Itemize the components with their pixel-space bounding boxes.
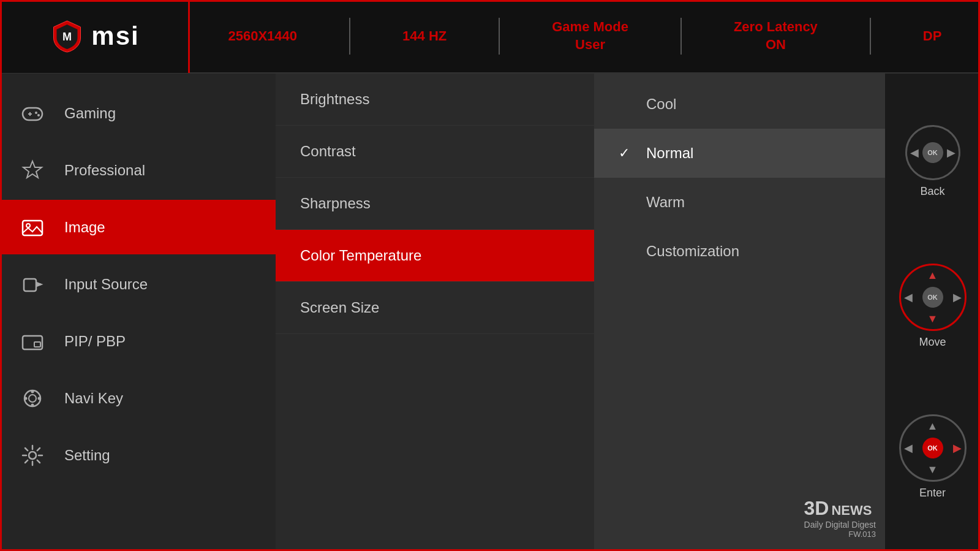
sidebar-item-professional[interactable]: Professional [0,143,276,197]
back-arrow-right-icon: ▶ [947,146,956,159]
enter-label: Enter [919,487,946,500]
checkmark-normal: ✓ [619,145,634,161]
header-divider-3 [680,18,682,55]
header-input: DP [923,28,942,45]
back-label: Back [920,185,944,198]
back-arrow-left-icon: ◀ [910,146,919,159]
setting-icon [18,441,46,469]
enter-dpad[interactable]: ▲ ▼ ◀ ▶ OK [899,414,967,482]
header-divider-4 [870,18,871,55]
controls-panel: ◀ OK ▶ Back ▲ ▼ ◀ ▶ OK Move [885,74,980,551]
sidebar-item-image[interactable]: Image [0,200,276,254]
enter-arrow-down-icon: ▼ [927,463,938,476]
watermark: 3D NEWS Daily Digital Digest FW.013 [804,497,876,539]
sidebar-item-pip-pbp[interactable]: PIP/ PBP [0,314,276,368]
watermark-version: FW.013 [804,530,876,539]
back-dpad[interactable]: ◀ OK ▶ [905,125,960,180]
menu-label-color-temperature: Color Temperature [300,247,421,264]
menu-item-brightness[interactable]: Brightness [276,74,594,126]
enter-control-group: ▲ ▼ ◀ ▶ OK Enter [899,414,967,500]
sidebar-label-image: Image [64,219,105,236]
menu-label-brightness: Brightness [300,91,369,108]
option-cool[interactable]: Cool [594,80,885,129]
watermark-3d: 3D [804,497,829,520]
sidebar-label-pip-pbp: PIP/ PBP [64,333,126,350]
sidebar: Gaming Professional Image [0,74,276,551]
sidebar-item-input-source[interactable]: Input Source [0,257,276,311]
header-divider-2 [499,18,500,55]
header-game-mode: Game Mode User [552,18,628,53]
menu-label-screen-size: Screen Size [300,299,379,316]
option-label-cool: Cool [646,96,676,113]
move-control-group: ▲ ▼ ◀ ▶ OK Move [899,264,967,349]
move-arrow-left-icon: ◀ [904,291,913,304]
enter-arrow-up-icon: ▲ [927,420,938,433]
pip-pbp-icon [18,327,46,355]
svg-point-14 [29,395,36,402]
header-stats: 2560X1440 144 HZ Game Mode User Zero Lat… [190,18,980,55]
enter-arrow-right-icon: ▶ [953,441,962,455]
sidebar-item-navi-key[interactable]: Navi Key [0,371,276,425]
msi-logo: M msi [50,20,139,53]
msi-shield-icon: M [50,20,84,53]
middle-panel: Brightness Contrast Sharpness Color Temp… [276,74,594,551]
right-panel: Cool ✓ Normal Warm Customization [594,74,885,551]
header-divider-1 [349,18,350,55]
image-icon [18,213,46,241]
svg-rect-12 [34,342,40,347]
move-arrow-down-icon: ▼ [927,313,938,325]
menu-item-contrast[interactable]: Contrast [276,126,594,178]
logo-area: M msi [0,0,190,73]
sidebar-label-professional: Professional [64,162,145,179]
move-arrow-up-icon: ▲ [927,269,938,282]
svg-point-15 [31,390,34,393]
watermark-tagline: Daily Digital Digest [804,520,876,530]
header-refresh-rate: 144 HZ [402,28,447,45]
option-label-normal: Normal [646,145,693,162]
svg-point-17 [24,397,27,400]
sidebar-label-input-source: Input Source [64,276,148,293]
move-ok-btn[interactable]: OK [922,287,943,308]
svg-point-5 [37,114,40,116]
menu-item-sharpness[interactable]: Sharpness [276,178,594,230]
svg-point-18 [37,397,40,400]
navi-key-icon [18,384,46,412]
option-label-warm: Warm [646,194,685,211]
msi-brand-text: msi [91,21,139,51]
option-warm[interactable]: Warm [594,178,885,227]
svg-text:M: M [62,31,72,43]
enter-ok-btn[interactable]: OK [922,438,943,458]
move-dpad[interactable]: ▲ ▼ ◀ ▶ OK [899,264,967,331]
sidebar-item-setting[interactable]: Setting [0,428,276,482]
professional-icon [18,156,46,184]
option-customization[interactable]: Customization [594,227,885,276]
option-normal[interactable]: ✓ Normal [594,129,885,178]
enter-arrow-left-icon: ◀ [904,441,913,455]
move-label: Move [919,336,946,349]
header: M msi 2560X1440 144 HZ Game Mode User Ze… [0,0,980,74]
sidebar-label-gaming: Gaming [64,105,116,122]
back-control-group: ◀ OK ▶ Back [905,125,960,198]
main-content: Gaming Professional Image [0,74,980,551]
svg-point-4 [35,112,37,114]
sidebar-item-gaming[interactable]: Gaming [0,86,276,140]
svg-point-19 [29,452,36,459]
menu-label-contrast: Contrast [300,143,356,160]
menu-label-sharpness: Sharpness [300,195,371,212]
watermark-news: NEWS [831,503,872,519]
svg-point-16 [31,403,34,406]
svg-rect-7 [23,221,42,235]
svg-marker-6 [23,161,42,178]
header-resolution: 2560X1440 [228,28,298,45]
move-arrow-right-icon: ▶ [953,291,962,304]
menu-item-screen-size[interactable]: Screen Size [276,282,594,334]
svg-point-8 [26,224,30,227]
gaming-icon [18,99,46,127]
sidebar-label-navi-key: Navi Key [64,390,123,407]
svg-rect-1 [23,108,42,120]
svg-rect-9 [24,279,36,291]
sidebar-label-setting: Setting [64,447,110,464]
back-ok-btn[interactable]: OK [922,142,943,163]
input-source-icon [18,270,46,298]
menu-item-color-temperature[interactable]: Color Temperature [276,230,594,282]
